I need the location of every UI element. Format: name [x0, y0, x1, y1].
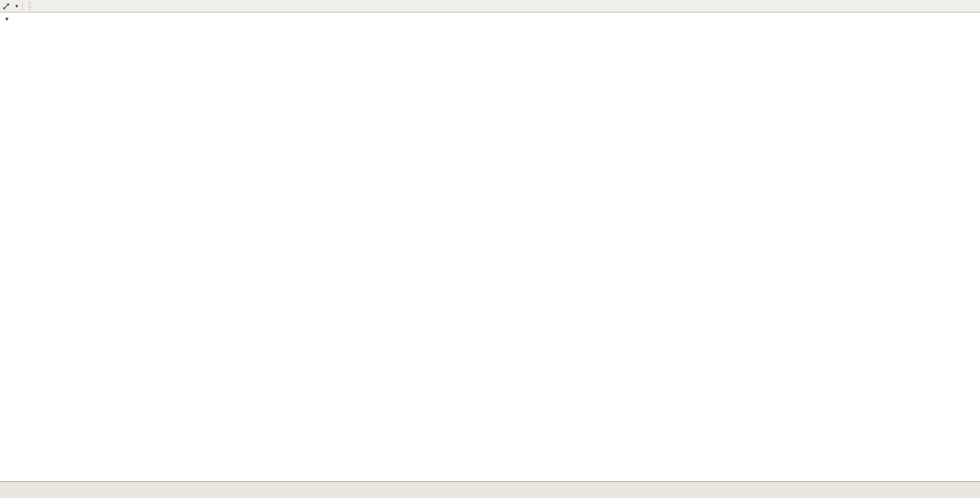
chart-title: ▼	[4, 15, 16, 22]
chart-tab-bar	[0, 481, 980, 498]
chart-canvas[interactable]	[0, 0, 980, 498]
collapse-arrow-icon[interactable]: ▼	[4, 16, 10, 22]
